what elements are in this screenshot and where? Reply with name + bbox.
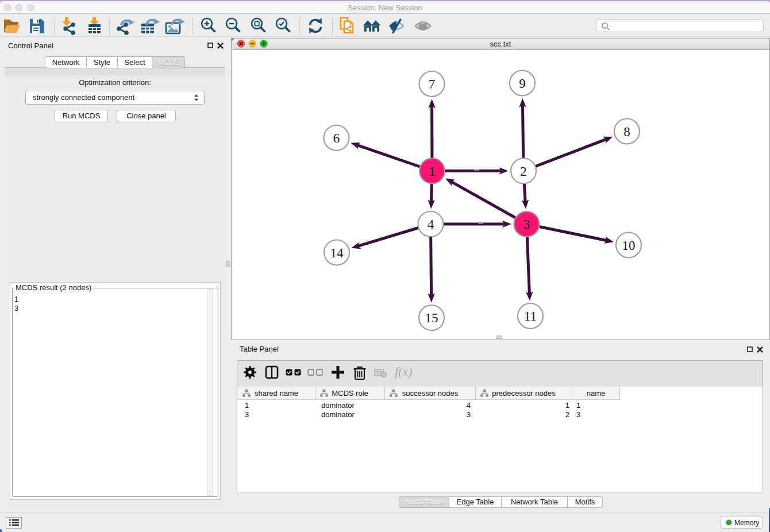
svg-text:2: 2 [520, 164, 527, 179]
svg-text:1: 1 [429, 164, 436, 179]
svg-text:4: 4 [428, 217, 434, 232]
svg-text:7: 7 [429, 77, 436, 91]
svg-text:8: 8 [623, 125, 630, 139]
svg-text:10: 10 [622, 238, 636, 253]
svg-text:6: 6 [333, 131, 340, 145]
svg-text:3: 3 [523, 217, 530, 232]
svg-text:15: 15 [425, 311, 438, 325]
svg-text:9: 9 [519, 76, 526, 91]
svg-text:14: 14 [330, 246, 344, 260]
svg-text:11: 11 [524, 309, 537, 323]
